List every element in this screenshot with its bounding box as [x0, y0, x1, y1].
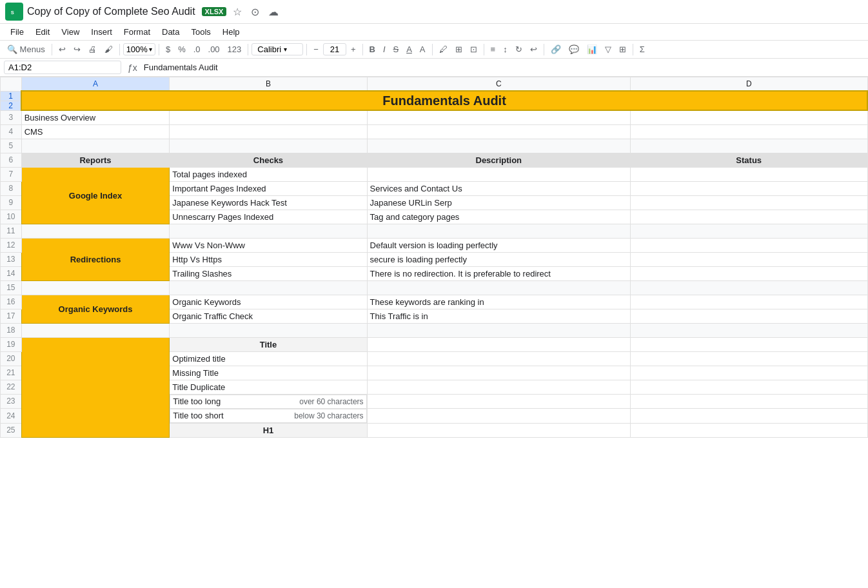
- align-v-button[interactable]: ↕: [500, 43, 511, 56]
- cell-d6[interactable]: Status: [630, 153, 867, 167]
- cell-c23[interactable]: [367, 394, 630, 409]
- cell-c18[interactable]: [367, 323, 630, 337]
- cell-b9[interactable]: Japanese Keywords Hack Test: [170, 195, 367, 210]
- cell-d19[interactable]: [630, 337, 867, 351]
- cell-d20[interactable]: [630, 351, 867, 366]
- cell-d4[interactable]: [630, 124, 867, 139]
- cell-b12[interactable]: Www Vs Non-Www: [170, 238, 367, 252]
- cell-a18[interactable]: [21, 323, 170, 337]
- cell-c4[interactable]: [367, 124, 630, 139]
- cell-b25[interactable]: H1: [170, 423, 367, 437]
- cell-c5[interactable]: [367, 139, 630, 153]
- cell-d16[interactable]: [630, 295, 867, 309]
- cell-b4[interactable]: [170, 124, 367, 139]
- cell-d23[interactable]: [630, 394, 867, 409]
- decimal-less-button[interactable]: .0: [190, 43, 204, 56]
- cell-c7[interactable]: [367, 167, 630, 181]
- cell-b8[interactable]: Important Pages Indexed: [170, 181, 367, 195]
- cell-c12[interactable]: Default version is loading perfectly: [367, 238, 630, 252]
- highlight-button[interactable]: 🖊: [436, 43, 451, 56]
- cell-b23[interactable]: Title too long over 60 characters: [170, 395, 366, 409]
- cell-a3[interactable]: Business Overview: [21, 110, 170, 124]
- cell-c8[interactable]: Services and Contact Us: [367, 181, 630, 195]
- cell-b13[interactable]: Http Vs Https: [170, 252, 367, 266]
- text-color-button[interactable]: A: [417, 43, 429, 56]
- cell-c17[interactable]: This Traffic is in: [367, 309, 630, 323]
- col-header-B[interactable]: B: [170, 77, 367, 92]
- decimal-more-button[interactable]: .00: [205, 43, 223, 56]
- cell-organic-keywords[interactable]: Organic Keywords: [21, 295, 170, 323]
- wrap-button[interactable]: ↩: [527, 43, 540, 56]
- cell-b19[interactable]: Title: [170, 337, 367, 351]
- cell-c3[interactable]: [367, 110, 630, 124]
- italic-button[interactable]: I: [380, 43, 389, 56]
- cell-c14[interactable]: There is no redirection. It is preferabl…: [367, 266, 630, 280]
- cell-c24[interactable]: [367, 409, 630, 424]
- merge-button[interactable]: ⊡: [467, 43, 480, 56]
- menus-button[interactable]: 🔍 Menus: [4, 43, 48, 56]
- cell-c19[interactable]: [367, 337, 630, 351]
- font-plus-button[interactable]: +: [348, 43, 359, 56]
- cell-b15[interactable]: [170, 280, 367, 295]
- cell-google-index[interactable]: Google Index: [21, 167, 170, 224]
- col-header-C[interactable]: C: [367, 77, 630, 92]
- menu-file[interactable]: File: [5, 25, 29, 39]
- cell-title-section[interactable]: [21, 337, 170, 437]
- cell-b5[interactable]: [170, 139, 367, 153]
- cell-b17[interactable]: Organic Traffic Check: [170, 309, 367, 323]
- table-button[interactable]: ⊞: [616, 43, 629, 56]
- percent-button[interactable]: %: [175, 43, 189, 56]
- cell-c10[interactable]: Tag and category pages: [367, 210, 630, 224]
- menu-edit[interactable]: Edit: [30, 25, 55, 39]
- paint-format-button[interactable]: 🖌: [101, 43, 116, 56]
- format-123-button[interactable]: 123: [224, 43, 245, 56]
- history-icon[interactable]: ⊙: [248, 5, 262, 19]
- cell-c16[interactable]: These keywords are ranking in: [367, 295, 630, 309]
- align-h-button[interactable]: ≡: [488, 43, 499, 56]
- cell-b14[interactable]: Trailing Slashes: [170, 266, 367, 280]
- menu-data[interactable]: Data: [157, 25, 184, 39]
- cell-d8[interactable]: [630, 181, 867, 195]
- cell-c21[interactable]: [367, 366, 630, 380]
- underline-button[interactable]: A: [403, 43, 415, 56]
- zoom-control[interactable]: 100% ▾: [123, 43, 155, 55]
- cell-a6[interactable]: Reports: [21, 153, 170, 167]
- link-button[interactable]: 🔗: [547, 43, 564, 56]
- cell-b6[interactable]: Checks: [170, 153, 367, 167]
- undo-button[interactable]: ↩: [55, 43, 69, 56]
- cloud-icon[interactable]: ☁: [266, 5, 281, 19]
- cell-c15[interactable]: [367, 280, 630, 295]
- cell-d17[interactable]: [630, 309, 867, 323]
- cell-d9[interactable]: [630, 195, 867, 210]
- cell-d12[interactable]: [630, 238, 867, 252]
- cell-c22[interactable]: [367, 380, 630, 394]
- cell-redirections[interactable]: Redirections: [21, 238, 170, 280]
- cell-c25[interactable]: [367, 423, 630, 437]
- cell-d7[interactable]: [630, 167, 867, 181]
- cell-b24[interactable]: Title too short below 30 characters: [170, 409, 366, 423]
- cell-d5[interactable]: [630, 139, 867, 153]
- cell-a4[interactable]: CMS: [21, 124, 170, 139]
- cell-a11[interactable]: [21, 224, 170, 238]
- menu-insert[interactable]: Insert: [86, 25, 117, 39]
- cell-fundamentals-audit[interactable]: Fundamentals Audit: [21, 91, 867, 110]
- cell-b21[interactable]: Missing Title: [170, 366, 367, 380]
- comment-button[interactable]: 💬: [566, 43, 582, 56]
- cell-d24[interactable]: [630, 409, 867, 424]
- cell-reference-input[interactable]: [4, 61, 121, 74]
- cell-d3[interactable]: [630, 110, 867, 124]
- menu-format[interactable]: Format: [119, 25, 155, 39]
- cell-b20[interactable]: Optimized title: [170, 351, 367, 366]
- cell-b7[interactable]: Total pages indexed: [170, 167, 367, 181]
- col-header-D[interactable]: D: [630, 77, 867, 92]
- cell-d14[interactable]: [630, 266, 867, 280]
- cell-d13[interactable]: [630, 252, 867, 266]
- font-minus-button[interactable]: −: [310, 43, 322, 56]
- font-size-control[interactable]: 21: [323, 43, 346, 55]
- cell-c9[interactable]: Japanese URLin Serp: [367, 195, 630, 210]
- cell-b10[interactable]: Unnescarry Pages Indexed: [170, 210, 367, 224]
- cell-b16[interactable]: Organic Keywords: [170, 295, 367, 309]
- col-header-A[interactable]: A: [21, 77, 170, 92]
- menu-help[interactable]: Help: [217, 25, 245, 39]
- cell-b11[interactable]: [170, 224, 367, 238]
